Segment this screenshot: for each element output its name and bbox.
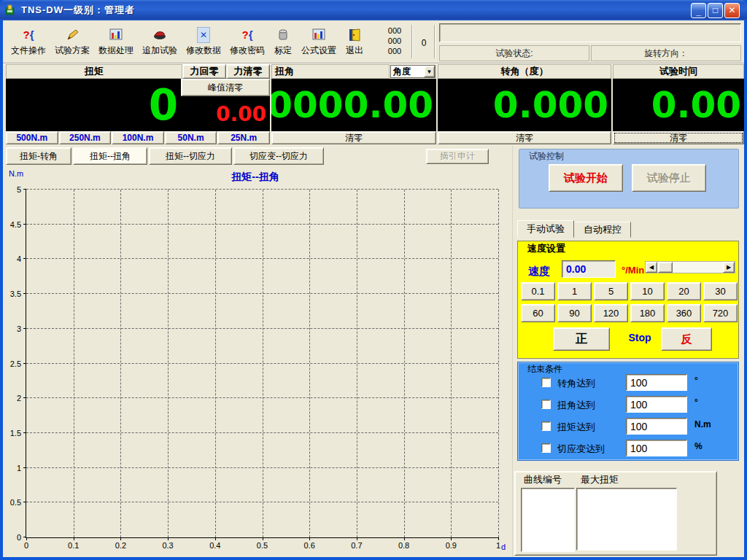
tab-auto-program[interactable]: 自动程控 [574, 222, 631, 238]
x-tick-label: 0.6 [304, 541, 315, 550]
twist-reach-input[interactable] [626, 396, 687, 413]
x-tick-label: 0.9 [446, 541, 457, 550]
y-tick [23, 397, 26, 398]
shear-strain-reach-input[interactable] [626, 440, 687, 456]
speed-preset-60[interactable]: 60 [521, 304, 555, 322]
extensometer-button[interactable]: 摘引申计 [426, 149, 489, 164]
x-tick [309, 537, 310, 540]
minimize-button[interactable]: _ [691, 3, 706, 18]
v-gridline [357, 190, 357, 537]
speed-preset-720[interactable]: 720 [703, 304, 738, 322]
h-gridline [26, 363, 498, 364]
y-tick-label: 2 [17, 394, 21, 402]
toolbar-modify-data-button[interactable]: ✕ 修改数据 [182, 23, 225, 61]
toolbar-formula-button[interactable]: 公式设置 [298, 23, 340, 61]
scroll-right-icon[interactable]: ▶ [723, 262, 735, 273]
chart-y-axis-unit: N.m [9, 169, 23, 178]
speed-preset-90[interactable]: 90 [557, 304, 592, 322]
speed-scrollbar[interactable]: ◀ ▶ [645, 261, 735, 273]
rotation-value: 0.000 [438, 79, 611, 131]
status-block: 试验状态: 旋转方向： [438, 20, 744, 64]
angle-mode-dropdown[interactable]: 角度 ▼ [390, 65, 436, 78]
chevron-down-icon[interactable]: ▼ [424, 66, 435, 77]
forward-button[interactable]: 正 [553, 327, 610, 351]
speed-preset-0.1[interactable]: 0.1 [521, 282, 555, 300]
toolbar-data-process-button[interactable]: 数据处理 [95, 23, 137, 61]
twist-value: 0000.00 [271, 79, 436, 131]
speed-input[interactable] [562, 260, 616, 278]
toolbar-test-plan-button[interactable]: 试验方案 [51, 23, 93, 61]
x-tick [498, 537, 499, 540]
results-panel: 曲线编号 最大扭矩 [514, 471, 717, 556]
chart-panel: 扭矩--扭角 N.m 00.10.20.30.40.50.60.70.80.91… [3, 166, 508, 557]
y-tick [23, 258, 26, 259]
peak-clear-button[interactable]: 峰值清零 [181, 79, 270, 96]
rotation-clear-button[interactable]: 清零 [438, 131, 611, 144]
end-condition-row: 扭角达到 ° [518, 396, 738, 413]
toolbar-exit-button[interactable]: 退出 [341, 23, 368, 61]
maximize-button[interactable]: □ [708, 3, 723, 18]
range-250-button[interactable]: 250N.m [59, 131, 112, 144]
message-field [439, 23, 741, 42]
control-panel: 试验控制 试验开始 试验停止 手动试验 自动程控 速度设置 速度 °/Min ◀ [512, 146, 744, 557]
tab-torque-shear-stress[interactable]: 扭矩--切应力 [149, 147, 232, 165]
scroll-left-icon[interactable]: ◀ [646, 262, 657, 273]
x-tick-label: 1 [496, 541, 500, 550]
speed-preset-1[interactable]: 1 [557, 282, 592, 300]
toolbar-file-ops-button[interactable]: ?{ 文件操作 [7, 23, 50, 61]
torque-reach-checkbox[interactable] [541, 421, 551, 431]
rotation-reach-input[interactable] [626, 374, 687, 391]
rotation-header: 转角（度） [438, 64, 611, 79]
force-clear-button[interactable]: 力清零 [226, 64, 270, 79]
test-stop-button[interactable]: 试验停止 [632, 164, 706, 192]
range-100-button[interactable]: 100N.m [112, 131, 164, 144]
speed-preset-10[interactable]: 10 [630, 282, 665, 300]
close-button[interactable]: ✕ [724, 3, 740, 18]
tab-torque-twist[interactable]: 扭矩--扭角 [73, 147, 147, 165]
speed-preset-120[interactable]: 120 [594, 304, 628, 322]
x-tick [120, 537, 121, 540]
speed-preset-20[interactable]: 20 [667, 282, 701, 300]
twist-header: 扭角 [271, 64, 390, 79]
scrollbar-track[interactable] [657, 262, 723, 273]
chart-title: 扭矩--扭角 [3, 171, 508, 184]
time-clear-button[interactable]: 清零 [613, 131, 744, 144]
toolbar-calibration-button[interactable]: 标定 [270, 23, 296, 61]
rotation-reach-checkbox[interactable] [541, 378, 551, 387]
end-condition-label: 切应变达到 [557, 443, 605, 456]
tab-shear-strain-stress[interactable]: 切应变--切应力 [233, 147, 324, 165]
force-zero-button[interactable]: 力回零 [182, 64, 226, 79]
append-test-icon [152, 27, 167, 43]
reverse-button[interactable]: 反 [661, 327, 712, 351]
max-torque-list[interactable] [576, 488, 677, 551]
speed-preset-360[interactable]: 360 [667, 304, 701, 322]
speed-preset-180[interactable]: 180 [630, 304, 665, 322]
speed-preset-5[interactable]: 5 [594, 282, 628, 300]
formula-icon [312, 27, 325, 43]
range-50-button[interactable]: 50N.m [165, 131, 217, 144]
tab-torque-rotation[interactable]: 扭矩-转角 [6, 147, 71, 165]
pulse-counter: 000 000 000 [379, 26, 410, 56]
toolbar-append-test-button[interactable]: 追加试验 [139, 23, 181, 61]
twist-reach-checkbox[interactable] [541, 400, 551, 409]
shear-strain-reach-checkbox[interactable] [541, 443, 551, 453]
range-25-button[interactable]: 25N.m [217, 131, 270, 144]
tab-manual-test[interactable]: 手动试验 [517, 220, 574, 238]
torque-reach-input[interactable] [626, 418, 687, 435]
v-gridline [168, 190, 169, 537]
range-500-button[interactable]: 500N.m [6, 131, 58, 144]
x-tick-label: 0.5 [257, 541, 268, 550]
v-gridline [120, 190, 121, 537]
toolbar-change-password-button[interactable]: ?{ 修改密码 [226, 23, 268, 61]
file-ops-icon: ?{ [23, 27, 34, 43]
scrollbar-thumb[interactable] [658, 262, 673, 273]
end-condition-label: 扭角达到 [557, 399, 595, 412]
curve-number-list[interactable] [521, 488, 575, 552]
h-gridline [26, 397, 498, 398]
toolbar-separator [434, 25, 436, 58]
test-start-button[interactable]: 试验开始 [549, 164, 623, 192]
speed-label: 速度 [528, 265, 550, 279]
twist-clear-button[interactable]: 清零 [271, 131, 436, 144]
end-condition-unit: ° [694, 397, 698, 408]
speed-preset-30[interactable]: 30 [703, 282, 738, 300]
